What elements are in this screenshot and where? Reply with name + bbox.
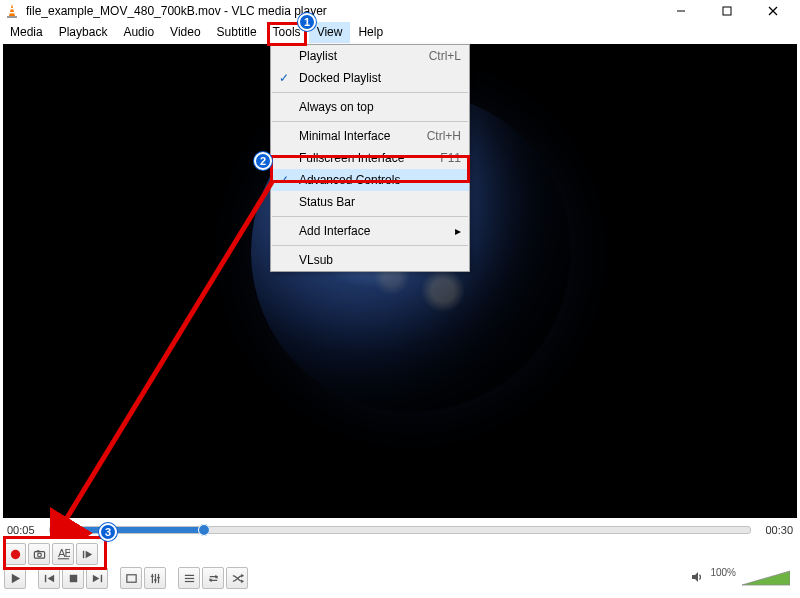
menu-label: VLsub bbox=[297, 253, 461, 267]
menu-separator bbox=[272, 245, 468, 246]
svg-marker-21 bbox=[92, 574, 99, 581]
menu-separator bbox=[272, 92, 468, 93]
svg-rect-30 bbox=[184, 574, 193, 575]
advanced-controls-row: AB bbox=[4, 542, 796, 566]
svg-rect-28 bbox=[153, 579, 156, 580]
menu-help[interactable]: Help bbox=[350, 22, 391, 43]
svg-rect-32 bbox=[184, 580, 193, 581]
svg-rect-1 bbox=[7, 16, 17, 18]
svg-point-10 bbox=[37, 553, 41, 557]
extended-settings-button[interactable] bbox=[144, 567, 166, 589]
window-buttons bbox=[658, 0, 796, 22]
elapsed-time[interactable]: 00:05 bbox=[3, 524, 49, 536]
skip-next-button[interactable] bbox=[86, 567, 108, 589]
view-item-docked-playlist[interactable]: ✓ Docked Playlist bbox=[271, 67, 469, 89]
menu-subtitle[interactable]: Subtitle bbox=[209, 22, 265, 43]
svg-rect-24 bbox=[151, 573, 152, 582]
view-item-minimal-interface[interactable]: Minimal Interface Ctrl+H bbox=[271, 125, 469, 147]
total-time[interactable]: 00:30 bbox=[751, 524, 797, 536]
menu-accel: F11 bbox=[430, 151, 461, 165]
main-controls-row: 100% bbox=[4, 566, 796, 590]
menu-label: Status Bar bbox=[297, 195, 461, 209]
svg-rect-22 bbox=[100, 574, 101, 581]
menu-label: Add Interface bbox=[297, 224, 455, 238]
svg-rect-3 bbox=[9, 12, 14, 13]
menu-label: Minimal Interface bbox=[297, 129, 417, 143]
controls-area: AB 100% bbox=[4, 542, 796, 594]
view-dropdown: Playlist Ctrl+L ✓ Docked Playlist Always… bbox=[270, 44, 470, 272]
svg-marker-17 bbox=[11, 573, 19, 582]
svg-rect-29 bbox=[156, 577, 159, 578]
menu-accel: Ctrl+L bbox=[419, 49, 461, 63]
title-bar: file_example_MOV_480_700kB.mov - VLC med… bbox=[0, 0, 800, 22]
loop-button[interactable] bbox=[202, 567, 224, 589]
submenu-arrow-icon: ▸ bbox=[455, 224, 461, 238]
fullscreen-button[interactable] bbox=[120, 567, 142, 589]
svg-point-8 bbox=[10, 549, 19, 558]
svg-marker-36 bbox=[241, 579, 244, 583]
menu-accel: Ctrl+H bbox=[417, 129, 461, 143]
svg-marker-38 bbox=[742, 571, 790, 585]
maximize-button[interactable] bbox=[704, 0, 750, 22]
seek-knob[interactable] bbox=[198, 524, 210, 536]
playlist-button[interactable] bbox=[178, 567, 200, 589]
menu-label: Always on top bbox=[297, 100, 461, 114]
svg-text:B: B bbox=[64, 548, 70, 559]
volume-slider[interactable] bbox=[742, 569, 790, 587]
svg-marker-19 bbox=[47, 574, 54, 581]
svg-rect-11 bbox=[36, 550, 39, 552]
speaker-icon[interactable] bbox=[690, 570, 704, 587]
snapshot-button[interactable] bbox=[28, 543, 50, 565]
svg-marker-0 bbox=[9, 4, 15, 16]
svg-rect-26 bbox=[157, 573, 158, 582]
menu-audio[interactable]: Audio bbox=[115, 22, 162, 43]
svg-rect-27 bbox=[150, 575, 153, 576]
view-item-fullscreen-interface[interactable]: Fullscreen Interface F11 bbox=[271, 147, 469, 169]
volume-percent: 100% bbox=[710, 567, 736, 578]
menu-label: Fullscreen Interface bbox=[297, 151, 430, 165]
shuffle-button[interactable] bbox=[226, 567, 248, 589]
view-item-vlsub[interactable]: VLsub bbox=[271, 249, 469, 271]
svg-rect-31 bbox=[184, 577, 193, 578]
menu-label: Advanced Controls bbox=[297, 173, 461, 187]
view-item-add-interface[interactable]: Add Interface ▸ bbox=[271, 220, 469, 242]
menu-separator bbox=[272, 216, 468, 217]
menu-media[interactable]: Media bbox=[2, 22, 51, 43]
view-item-status-bar[interactable]: Status Bar bbox=[271, 191, 469, 213]
menu-bar: Media Playback Audio Video Subtitle Tool… bbox=[0, 22, 800, 44]
minimize-button[interactable] bbox=[658, 0, 704, 22]
svg-rect-18 bbox=[44, 574, 45, 581]
svg-rect-5 bbox=[723, 7, 731, 15]
seek-bar[interactable] bbox=[49, 526, 751, 534]
svg-marker-35 bbox=[241, 573, 244, 577]
record-button[interactable] bbox=[4, 543, 26, 565]
check-icon: ✓ bbox=[271, 173, 297, 187]
window-title: file_example_MOV_480_700kB.mov - VLC med… bbox=[26, 4, 658, 18]
menu-view[interactable]: View bbox=[309, 22, 351, 43]
menu-playback[interactable]: Playback bbox=[51, 22, 116, 43]
play-button[interactable] bbox=[4, 567, 26, 589]
menu-video[interactable]: Video bbox=[162, 22, 208, 43]
loop-ab-button[interactable]: AB bbox=[52, 543, 74, 565]
svg-rect-2 bbox=[10, 8, 14, 9]
svg-rect-25 bbox=[154, 573, 155, 582]
view-item-advanced-controls[interactable]: ✓ Advanced Controls bbox=[271, 169, 469, 191]
skip-prev-button[interactable] bbox=[38, 567, 60, 589]
check-icon: ✓ bbox=[271, 71, 297, 85]
advanced-controls-group: AB bbox=[4, 543, 98, 565]
svg-rect-20 bbox=[69, 574, 76, 581]
svg-marker-16 bbox=[85, 550, 92, 557]
frame-step-button[interactable] bbox=[76, 543, 98, 565]
stop-button[interactable] bbox=[62, 567, 84, 589]
svg-rect-15 bbox=[82, 550, 83, 557]
close-button[interactable] bbox=[750, 0, 796, 22]
view-item-playlist[interactable]: Playlist Ctrl+L bbox=[271, 45, 469, 67]
seek-progress bbox=[50, 527, 204, 533]
svg-rect-23 bbox=[126, 574, 135, 581]
menu-label: Docked Playlist bbox=[297, 71, 461, 85]
volume-control: 100% bbox=[690, 569, 796, 587]
vlc-cone-icon bbox=[4, 3, 20, 19]
menu-tools[interactable]: Tools bbox=[265, 22, 309, 43]
view-item-always-on-top[interactable]: Always on top bbox=[271, 96, 469, 118]
menu-separator bbox=[272, 121, 468, 122]
